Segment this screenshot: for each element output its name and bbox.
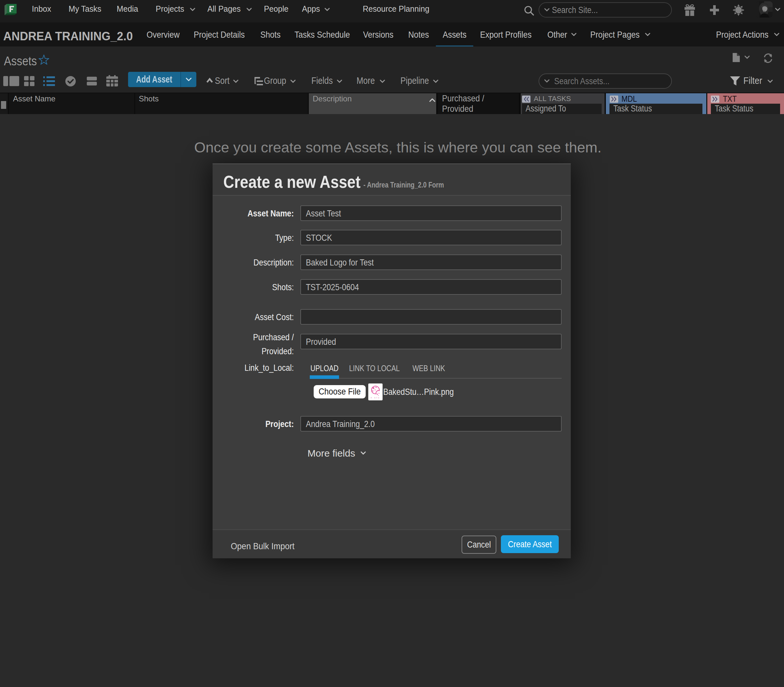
svg-text:n stu: n stu	[371, 396, 380, 399]
